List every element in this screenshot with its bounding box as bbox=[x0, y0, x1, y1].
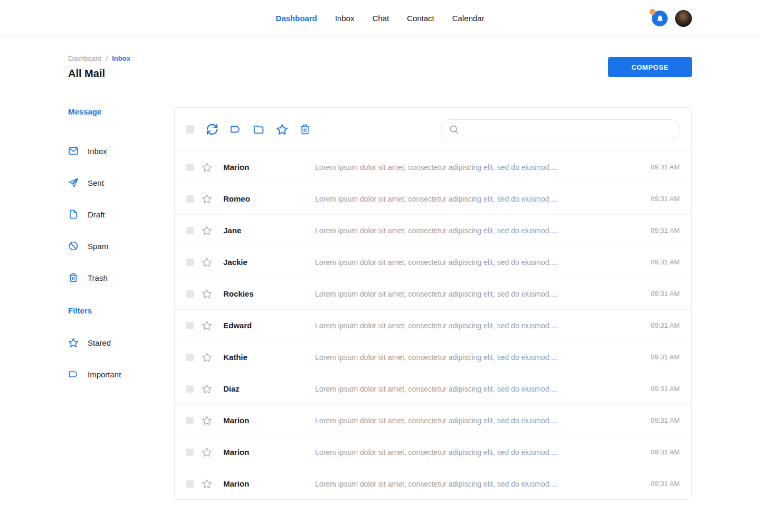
row-preview: Lorem ipsum dolor sit amet, consectetur … bbox=[315, 321, 651, 330]
notification-badge bbox=[650, 9, 656, 15]
notification-button[interactable] bbox=[652, 11, 668, 26]
row-preview: Lorem ipsum dolor sit amet, consectetur … bbox=[315, 448, 651, 457]
search-icon bbox=[449, 124, 459, 135]
mail-row[interactable]: Rockies Lorem ipsum dolor sit amet, cons… bbox=[175, 278, 691, 309]
row-preview: Lorem ipsum dolor sit amet, consectetur … bbox=[315, 290, 651, 298]
row-checkbox[interactable] bbox=[186, 480, 194, 488]
breadcrumb: Dashboard / Inbox bbox=[68, 54, 130, 62]
star-icon[interactable] bbox=[201, 415, 213, 426]
row-time: 09:31 AM bbox=[651, 195, 680, 203]
breadcrumb-inbox[interactable]: Inbox bbox=[112, 54, 130, 62]
sidebar-item-spam[interactable]: Spam bbox=[68, 230, 174, 262]
row-time: 09:31 AM bbox=[651, 258, 680, 266]
mail-row[interactable]: Marion Lorem ipsum dolor sit amet, conse… bbox=[175, 404, 691, 436]
row-sender: Jane bbox=[223, 226, 315, 235]
sidebar-item-stared[interactable]: Stared bbox=[68, 327, 174, 358]
breadcrumb-separator: / bbox=[106, 54, 108, 62]
star-icon[interactable] bbox=[201, 320, 213, 331]
row-checkbox[interactable] bbox=[186, 227, 194, 234]
row-checkbox[interactable] bbox=[186, 354, 194, 361]
sidebar-item-trash[interactable]: Trash bbox=[68, 262, 174, 293]
sidebar-item-label: Important bbox=[88, 370, 121, 379]
bell-icon bbox=[656, 14, 664, 22]
nav-item-contact[interactable]: Contact bbox=[407, 14, 434, 23]
row-preview: Lorem ipsum dolor sit amet, consectetur … bbox=[315, 353, 651, 362]
top-header: Dashboard Inbox Chat Contact Calendar bbox=[0, 0, 760, 37]
refresh-icon[interactable] bbox=[206, 123, 218, 136]
nav-item-chat[interactable]: Chat bbox=[372, 14, 389, 23]
row-sender: Marion bbox=[223, 448, 315, 457]
label-icon[interactable] bbox=[229, 123, 242, 136]
star-icon[interactable] bbox=[201, 352, 213, 363]
row-time: 09:31 AM bbox=[651, 163, 680, 171]
sidebar-item-label: Trash bbox=[88, 273, 108, 282]
sidebar-item-label: Spam bbox=[88, 242, 108, 251]
mail-row[interactable]: Diaz Lorem ipsum dolor sit amet, consect… bbox=[175, 373, 691, 404]
sidebar-item-sent[interactable]: Sent bbox=[68, 167, 174, 198]
row-time: 09:31 AM bbox=[651, 321, 680, 329]
row-checkbox[interactable] bbox=[186, 290, 194, 298]
nav-item-dashboard[interactable]: Dashboard bbox=[276, 14, 317, 23]
row-time: 09:31 AM bbox=[651, 416, 680, 424]
mail-row[interactable]: Jane Lorem ipsum dolor sit amet, consect… bbox=[175, 214, 691, 246]
row-preview: Lorem ipsum dolor sit amet, consectetur … bbox=[315, 226, 651, 235]
row-checkbox[interactable] bbox=[186, 259, 194, 266]
row-sender: Romeo bbox=[223, 194, 315, 203]
mail-row[interactable]: Jackie Lorem ipsum dolor sit amet, conse… bbox=[175, 246, 691, 278]
row-checkbox[interactable] bbox=[186, 385, 194, 393]
mail-row[interactable]: Marion Lorem ipsum dolor sit amet, conse… bbox=[175, 151, 691, 183]
label-icon bbox=[68, 369, 79, 379]
row-sender: Edward bbox=[223, 321, 315, 330]
sidebar-item-draft[interactable]: Draft bbox=[68, 198, 174, 230]
row-checkbox[interactable] bbox=[186, 322, 194, 329]
mail-row[interactable]: Marion Lorem ipsum dolor sit amet, conse… bbox=[175, 436, 691, 468]
star-icon[interactable] bbox=[201, 256, 213, 268]
sidebar-item-important[interactable]: Important bbox=[68, 358, 174, 390]
row-checkbox[interactable] bbox=[186, 164, 194, 171]
star-icon[interactable] bbox=[201, 288, 213, 300]
row-checkbox[interactable] bbox=[186, 417, 194, 424]
search-box[interactable] bbox=[441, 119, 680, 139]
row-checkbox[interactable] bbox=[186, 195, 194, 203]
row-sender: Rockies bbox=[223, 289, 315, 298]
mail-row[interactable]: Kathie Lorem ipsum dolor sit amet, conse… bbox=[175, 341, 691, 373]
block-icon bbox=[68, 241, 79, 251]
mail-toolbar bbox=[175, 108, 691, 151]
sidebar-item-label: Stared bbox=[88, 338, 111, 347]
row-sender: Kathie bbox=[223, 353, 315, 362]
search-input[interactable] bbox=[463, 125, 672, 134]
row-time: 09:31 AM bbox=[651, 353, 680, 361]
mail-panel: Marion Lorem ipsum dolor sit amet, conse… bbox=[174, 107, 692, 500]
row-preview: Lorem ipsum dolor sit amet, consectetur … bbox=[315, 195, 651, 203]
sidebar-message-list: Inbox Sent Draft bbox=[68, 135, 174, 293]
user-avatar[interactable] bbox=[675, 10, 692, 27]
row-time: 09:31 AM bbox=[651, 448, 680, 456]
breadcrumb-dashboard[interactable]: Dashboard bbox=[68, 54, 102, 62]
star-icon[interactable] bbox=[201, 225, 213, 236]
row-time: 09:31 AM bbox=[651, 385, 680, 393]
sidebar: Message Inbox Sent bbox=[68, 107, 174, 500]
compose-button[interactable]: COMPOSE bbox=[608, 57, 692, 77]
row-preview: Lorem ipsum dolor sit amet, consectetur … bbox=[315, 480, 651, 488]
row-sender: Marion bbox=[223, 479, 315, 488]
nav-item-inbox[interactable]: Inbox bbox=[335, 14, 355, 23]
sidebar-item-inbox[interactable]: Inbox bbox=[68, 135, 174, 167]
star-icon[interactable] bbox=[201, 162, 213, 173]
nav-item-calendar[interactable]: Calendar bbox=[452, 14, 484, 23]
trash-icon[interactable] bbox=[299, 123, 311, 136]
select-all-checkbox[interactable] bbox=[186, 125, 194, 134]
star-icon[interactable] bbox=[201, 383, 213, 395]
star-icon[interactable] bbox=[201, 193, 213, 205]
row-sender: Diaz bbox=[223, 384, 315, 393]
folder-icon[interactable] bbox=[252, 123, 265, 136]
star-icon[interactable] bbox=[201, 446, 213, 458]
mail-row[interactable]: Marion Lorem ipsum dolor sit amet, conse… bbox=[175, 468, 691, 499]
star-icon bbox=[68, 337, 79, 348]
star-icon[interactable] bbox=[201, 478, 213, 490]
sidebar-item-label: Inbox bbox=[88, 147, 107, 156]
mail-app: Dashboard Inbox Chat Contact Calendar bbox=[0, 0, 760, 532]
star-icon[interactable] bbox=[276, 123, 288, 136]
row-checkbox[interactable] bbox=[186, 449, 194, 456]
mail-row[interactable]: Edward Lorem ipsum dolor sit amet, conse… bbox=[175, 309, 691, 341]
mail-row[interactable]: Romeo Lorem ipsum dolor sit amet, consec… bbox=[175, 183, 691, 214]
